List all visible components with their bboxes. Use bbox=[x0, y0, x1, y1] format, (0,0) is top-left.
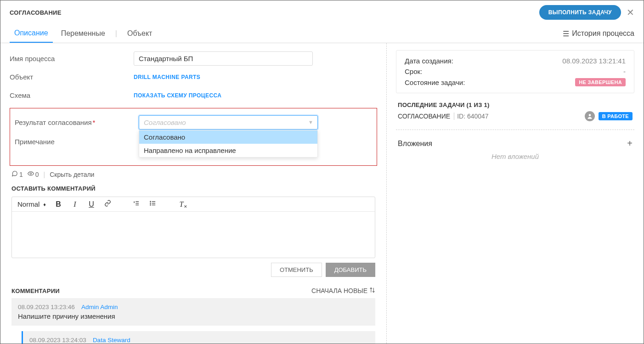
created-label: Дата создания: bbox=[405, 57, 453, 65]
note-label: Примечание bbox=[15, 138, 139, 146]
chevron-down-icon: ▼ bbox=[308, 119, 313, 125]
add-comment-button[interactable]: ДОБАВИТЬ bbox=[326, 263, 375, 277]
attachments-title: Вложения bbox=[398, 140, 432, 148]
close-icon[interactable]: ✕ bbox=[627, 7, 634, 18]
task-row[interactable]: СОГЛАСОВАНИЕ ID: 640047 В РАБОТЕ bbox=[398, 111, 633, 121]
tab-description[interactable]: Описание bbox=[10, 24, 53, 43]
approval-result-label: Результат согласования* bbox=[15, 118, 139, 126]
tab-variables[interactable]: Переменные bbox=[56, 25, 110, 42]
comment-editor: Normal ♦ B I U bbox=[11, 197, 375, 258]
comment-date: 08.09.2023 13:24:03 bbox=[29, 337, 86, 344]
editor-format-select[interactable]: Normal ♦ bbox=[17, 200, 46, 208]
underline-icon[interactable]: U bbox=[87, 200, 96, 209]
ordered-list-icon[interactable] bbox=[132, 200, 141, 209]
avatar-icon bbox=[585, 111, 595, 121]
leave-comment-title: ОСТАВИТЬ КОММЕНТАРИЙ bbox=[11, 185, 377, 192]
link-icon[interactable] bbox=[104, 200, 112, 209]
chat-icon bbox=[11, 170, 18, 178]
svg-point-8 bbox=[150, 203, 151, 203]
bold-icon[interactable]: B bbox=[54, 200, 62, 209]
comment-date: 08.09.2023 13:23:46 bbox=[18, 304, 75, 310]
comments-title: КОММЕНТАРИИ bbox=[11, 288, 60, 294]
cancel-button[interactable]: ОТМЕНИТЬ bbox=[271, 263, 322, 277]
comment-author[interactable]: Data Steward bbox=[93, 337, 130, 344]
execute-task-button[interactable]: ВЫПОЛНИТЬ ЗАДАЧУ bbox=[539, 5, 621, 20]
highlighted-section: Результат согласования* Согласовано ▼ Со… bbox=[10, 108, 377, 166]
task-meta-card: Дата создания: 08.09.2023 13:21:41 Срок:… bbox=[396, 50, 634, 93]
approval-result-dropdown: Согласовано Направлено на исправление bbox=[139, 130, 318, 158]
task-status-badge: В РАБОТЕ bbox=[599, 112, 633, 120]
svg-point-9 bbox=[150, 205, 151, 205]
comment-item: 08.09.2023 13:24:03 Data Steward Готово bbox=[22, 331, 375, 344]
deadline-label: Срок: bbox=[405, 68, 422, 75]
clear-format-icon[interactable]: T✕ bbox=[177, 200, 186, 209]
state-label: Состояние задачи: bbox=[405, 79, 465, 86]
created-value: 08.09.2023 13:21:41 bbox=[562, 57, 626, 65]
hide-details-link[interactable]: Скрыть детали bbox=[50, 171, 94, 178]
modal-title: СОГЛАСОВАНИЕ bbox=[10, 9, 62, 16]
italic-icon[interactable]: I bbox=[71, 200, 79, 209]
process-history-link[interactable]: ☰ История процесса bbox=[563, 29, 634, 38]
list-icon: ☰ bbox=[563, 29, 569, 38]
comment-author[interactable]: Admin Admin bbox=[81, 304, 118, 310]
task-id: ID: 640047 bbox=[454, 113, 489, 120]
dropdown-option-approved[interactable]: Согласовано bbox=[139, 130, 317, 144]
sort-newest-link[interactable]: СНАЧАЛА НОВЫЕ bbox=[311, 287, 375, 294]
scheme-label: Схема bbox=[10, 91, 134, 99]
caret-icon: ♦ bbox=[43, 202, 46, 207]
recent-tasks-title: ПОСЛЕДНИЕ ЗАДАЧИ (1 ИЗ 1) bbox=[398, 102, 633, 108]
process-name-label: Имя процесса bbox=[10, 55, 134, 62]
object-label: Объект bbox=[10, 73, 134, 81]
approval-result-select[interactable]: Согласовано bbox=[139, 115, 318, 130]
sort-icon bbox=[369, 287, 375, 294]
svg-point-0 bbox=[30, 173, 32, 175]
add-attachment-button[interactable]: + bbox=[627, 138, 633, 149]
dropdown-option-returned[interactable]: Направлено на исправление bbox=[139, 144, 317, 157]
comment-textarea[interactable] bbox=[12, 212, 375, 258]
eye-icon bbox=[28, 170, 34, 178]
process-name-input[interactable] bbox=[134, 51, 313, 66]
svg-point-10 bbox=[588, 114, 591, 116]
comments-counter[interactable]: 1 bbox=[11, 170, 23, 178]
task-name: СОГЛАСОВАНИЕ bbox=[398, 113, 450, 120]
comment-body: Напишите причину изменения bbox=[18, 312, 369, 320]
tab-object[interactable]: Объект bbox=[123, 25, 157, 42]
object-link[interactable]: DRILL MACHINE PARTS bbox=[134, 74, 200, 80]
tab-divider: | bbox=[113, 29, 119, 38]
unordered-list-icon[interactable] bbox=[149, 200, 157, 209]
views-counter[interactable]: 0 bbox=[28, 170, 39, 178]
deadline-value: - bbox=[623, 68, 626, 75]
svg-point-7 bbox=[150, 201, 151, 202]
show-scheme-link[interactable]: ПОКАЗАТЬ СХЕМУ ПРОЦЕССА bbox=[134, 92, 221, 99]
no-attachments-text: Нет вложений bbox=[396, 152, 634, 160]
comment-item: 08.09.2023 13:23:46 Admin Admin Напишите… bbox=[11, 298, 375, 326]
state-badge: НЕ ЗАВЕРШЕНА bbox=[575, 78, 626, 86]
